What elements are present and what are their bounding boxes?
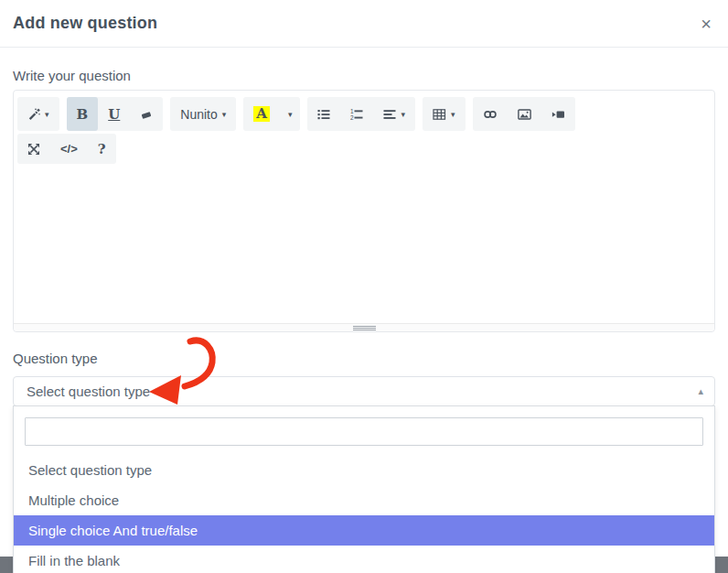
table-icon xyxy=(433,108,446,121)
question-type-select-value: Select question type xyxy=(27,384,150,399)
question-editor: ▾ B U xyxy=(13,90,715,332)
toolbar-row-1: ▾ B U xyxy=(17,97,711,131)
chevron-down-icon: ▾ xyxy=(45,110,49,119)
video-icon xyxy=(551,108,565,121)
code-view-label: </> xyxy=(60,142,78,156)
paragraph-group: 1 2 xyxy=(307,97,415,131)
help-label: ? xyxy=(98,141,106,157)
highlight-color-label: A xyxy=(253,106,270,122)
page: { "modal": { "title": "Add new question"… xyxy=(0,0,728,573)
editor-statusbar xyxy=(14,323,714,331)
dropdown-options-list: Select question type Multiple choice Sin… xyxy=(14,455,714,573)
paragraph-align-button[interactable]: ▾ xyxy=(373,97,415,131)
font-family-label: Nunito xyxy=(180,107,217,122)
chevron-down-icon: ▾ xyxy=(401,110,405,119)
question-type-select[interactable]: Select question type ▴ xyxy=(13,376,715,406)
chevron-down-icon: ▾ xyxy=(451,110,455,119)
underline-label: U xyxy=(108,106,120,123)
question-type-dropdown: Select question type Multiple choice Sin… xyxy=(13,405,715,573)
page-title: Add new question xyxy=(13,14,157,33)
style-group: ▾ xyxy=(17,97,59,131)
link-button[interactable] xyxy=(473,97,508,131)
modal-body: Write your question xyxy=(0,69,728,406)
ordered-list-icon: 1 2 xyxy=(350,108,363,121)
fullscreen-icon xyxy=(27,143,40,156)
write-question-label: Write your question xyxy=(13,69,715,82)
toolbar-row-2: </> ? xyxy=(17,134,711,164)
unordered-list-button[interactable] xyxy=(307,97,340,131)
question-type-label: Question type xyxy=(13,351,715,365)
bold-button[interactable]: B xyxy=(67,97,99,131)
ordered-list-button[interactable]: 1 2 xyxy=(340,97,373,131)
chevron-down-icon: ▾ xyxy=(288,110,293,119)
video-button[interactable] xyxy=(541,97,575,131)
svg-text:1: 1 xyxy=(350,108,354,114)
link-icon xyxy=(483,108,498,121)
font-style-group: B U xyxy=(67,97,164,131)
dropdown-search-input[interactable] xyxy=(25,417,703,446)
underline-button[interactable]: U xyxy=(98,97,130,131)
clear-format-button[interactable] xyxy=(130,97,163,131)
option-select-question-type[interactable]: Select question type xyxy=(14,455,714,485)
svg-text:2: 2 xyxy=(350,114,354,121)
modal-header: Add new question × xyxy=(0,0,728,48)
eraser-icon xyxy=(140,108,153,121)
help-button[interactable]: ? xyxy=(88,134,116,164)
style-dropdown-button[interactable]: ▾ xyxy=(17,97,59,131)
picture-icon xyxy=(518,108,531,121)
unordered-list-icon xyxy=(317,108,330,121)
chevron-down-icon: ▾ xyxy=(222,110,227,119)
insert-group xyxy=(473,97,575,131)
close-icon[interactable]: × xyxy=(701,15,712,33)
view-group: </> ? xyxy=(17,134,116,164)
chevron-up-icon: ▴ xyxy=(698,385,703,397)
magic-wand-icon xyxy=(27,108,40,121)
editor-toolbar: ▾ B U xyxy=(14,91,714,166)
color-dropdown-button[interactable]: ▾ xyxy=(280,97,301,131)
align-left-icon xyxy=(383,108,396,121)
table-button[interactable]: ▾ xyxy=(423,97,466,131)
editor-textarea[interactable] xyxy=(14,166,714,323)
color-group: A ▾ xyxy=(243,97,300,131)
resize-grip-icon[interactable] xyxy=(353,326,376,330)
bold-label: B xyxy=(77,106,89,123)
font-family-dropdown-button[interactable]: Nunito ▾ xyxy=(170,97,236,131)
fullscreen-button[interactable] xyxy=(17,134,50,164)
table-group: ▾ xyxy=(423,97,466,131)
option-single-choice-true-false[interactable]: Single choice And true/false xyxy=(14,515,714,546)
option-multiple-choice[interactable]: Multiple choice xyxy=(14,485,714,515)
font-color-button[interactable]: A xyxy=(243,97,280,131)
font-family-group: Nunito ▾ xyxy=(170,97,236,131)
picture-button[interactable] xyxy=(508,97,541,131)
code-view-button[interactable]: </> xyxy=(50,134,88,164)
option-fill-in-the-blank[interactable]: Fill in the blank xyxy=(14,546,714,573)
